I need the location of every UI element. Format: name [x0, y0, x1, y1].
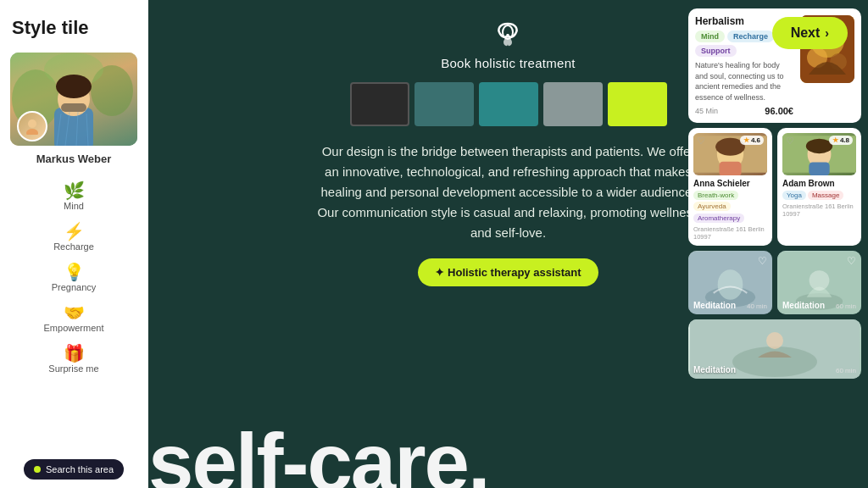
empowerment-label: Empowerment — [44, 323, 104, 333]
search-area-label: Search this area — [46, 464, 114, 474]
left-panel: Style tile — [0, 0, 148, 488]
adam-image: ♡ ★ 4.8 — [782, 133, 856, 175]
svg-point-11 — [28, 119, 36, 128]
heart-icon-med2: ♡ — [847, 255, 856, 267]
anna-tags-2: Aromatherapy — [693, 214, 767, 223]
med2-label: Meditation — [782, 301, 825, 310]
nav-items: 🌿 Mind ⚡ Recharge 💡 Pregnancy 🤝 Empowerm… — [8, 177, 139, 454]
cards-panel: Herbalism Mind Recharge Support Nature's… — [682, 0, 868, 488]
avatar-small-icon — [24, 118, 41, 135]
swatch-lime — [608, 82, 667, 126]
surprise-label: Surprise me — [48, 363, 98, 374]
anna-name: Anna Schieler — [693, 179, 767, 188]
panel-title: Style tile — [8, 17, 88, 39]
sidebar-item-mind[interactable]: 🌿 Mind — [8, 177, 139, 216]
therapist-card-adam[interactable]: ♡ ★ 4.8 Adam Brown Yoga Massage Oraniens… — [777, 128, 861, 246]
meditation-card-2[interactable]: ♡ Meditation 60 min — [777, 251, 861, 314]
herbalism-desc: Nature's healing for body and soul, conn… — [695, 60, 793, 103]
anna-address: Oranienstraße 161 Berlin 10997 — [693, 225, 767, 241]
bottom-med-label: Meditation — [693, 365, 736, 374]
med2-time: 60 min — [836, 302, 856, 310]
tag-aromatherapy: Aromatherapy — [693, 214, 744, 223]
svg-rect-6 — [61, 103, 86, 112]
med1-time: 40 min — [747, 302, 767, 310]
avatar-small — [17, 111, 47, 141]
swatch-black — [350, 82, 409, 126]
heart-icon-anna: ♡ — [697, 136, 705, 147]
therapist-row: ♡ ★ 4.6 Anna Schieler Breath-work Ayurve… — [688, 128, 861, 246]
tag-support: Support — [695, 45, 737, 57]
tag-yoga: Yoga — [782, 191, 806, 200]
sidebar-item-pregnancy[interactable]: 💡 Pregnancy — [8, 258, 139, 297]
herbalism-footer: 45 Min 96.00€ — [695, 106, 793, 116]
therapist-card-anna[interactable]: ♡ ★ 4.6 Anna Schieler Breath-work Ayurve… — [688, 128, 772, 246]
logo-area: Book holistic treatment — [441, 19, 576, 70]
location-dot-icon — [34, 466, 41, 473]
herbalism-price: 96.00€ — [765, 106, 793, 116]
mind-label: Mind — [64, 201, 84, 211]
sidebar-item-recharge[interactable]: ⚡ Recharge — [8, 218, 139, 257]
ai-assistant-button[interactable]: ✦ Holistic therapy assistant — [418, 258, 598, 286]
ai-btn-label: ✦ Holistic therapy assistant — [435, 266, 581, 279]
tag-mind: Mind — [695, 30, 725, 42]
svg-rect-25 — [809, 163, 829, 175]
app-logo — [492, 19, 524, 51]
med1-label: Meditation — [693, 301, 736, 310]
anna-tags: Breath-work Ayurveda — [693, 191, 767, 211]
svg-point-12 — [26, 129, 38, 135]
tag-massage: Massage — [808, 191, 843, 200]
tag-breathwork: Breath-work — [693, 191, 738, 200]
tag-ayurveda: Ayurveda — [693, 202, 731, 211]
bottom-med-time: 60 min — [836, 367, 856, 374]
svg-point-31 — [810, 271, 830, 291]
svg-point-34 — [766, 332, 783, 349]
svg-point-5 — [56, 75, 92, 98]
empowerment-icon: 🤝 — [64, 304, 85, 321]
surprise-icon: 🎁 — [64, 345, 85, 362]
chevron-right-icon: › — [825, 26, 829, 40]
big-text: self-care. — [148, 422, 489, 488]
main-panel: Next › Book holistic treatment Our desig… — [148, 0, 868, 488]
pregnancy-icon: 💡 — [64, 263, 85, 280]
herbalism-duration: 45 Min — [695, 107, 718, 115]
adam-address: Oranienstraße 161 Berlin 10997 — [782, 202, 856, 218]
recharge-label: Recharge — [53, 241, 94, 252]
user-name: Markus Weber — [36, 152, 112, 165]
description-text: Our design is the bridge between therapi… — [305, 141, 712, 243]
app-title: Book holistic treatment — [441, 56, 576, 70]
anna-rating: ★ 4.6 — [740, 136, 764, 145]
avatar-container — [10, 53, 137, 146]
swatch-teal-mid — [479, 82, 538, 126]
sidebar-item-surprise[interactable]: 🎁 Surprise me — [8, 340, 139, 379]
heart-icon-adam: ♡ — [786, 136, 794, 147]
sidebar-item-empowerment[interactable]: 🤝 Empowerment — [8, 299, 139, 338]
tag-recharge: Recharge — [727, 30, 774, 42]
color-palette — [350, 82, 667, 126]
next-label: Next — [791, 25, 821, 41]
svg-rect-21 — [719, 162, 741, 175]
mind-icon: 🌿 — [64, 182, 85, 199]
adam-rating: ★ 4.8 — [829, 136, 853, 145]
star-icon: ★ — [743, 136, 749, 144]
anna-image: ♡ ★ 4.6 — [693, 133, 767, 175]
svg-point-33 — [732, 347, 817, 377]
meditation-card-1[interactable]: ♡ Meditation 40 min — [688, 251, 772, 314]
svg-point-28 — [718, 270, 743, 301]
bottom-meditation-card[interactable]: Meditation 60 min — [688, 319, 861, 379]
meditation-row: ♡ Meditation 40 min ♡ Meditation 60 min — [688, 251, 861, 314]
pregnancy-label: Pregnancy — [52, 282, 97, 292]
adam-tags: Yoga Massage — [782, 191, 856, 200]
heart-icon-med1: ♡ — [758, 255, 767, 267]
adam-name: Adam Brown — [782, 179, 856, 188]
next-button[interactable]: Next › — [772, 17, 848, 49]
search-area-button[interactable]: Search this area — [24, 459, 124, 480]
recharge-icon: ⚡ — [64, 223, 85, 240]
swatch-gray — [543, 82, 603, 126]
swatch-teal-dark — [415, 82, 474, 126]
star-icon-adam: ★ — [832, 136, 838, 144]
